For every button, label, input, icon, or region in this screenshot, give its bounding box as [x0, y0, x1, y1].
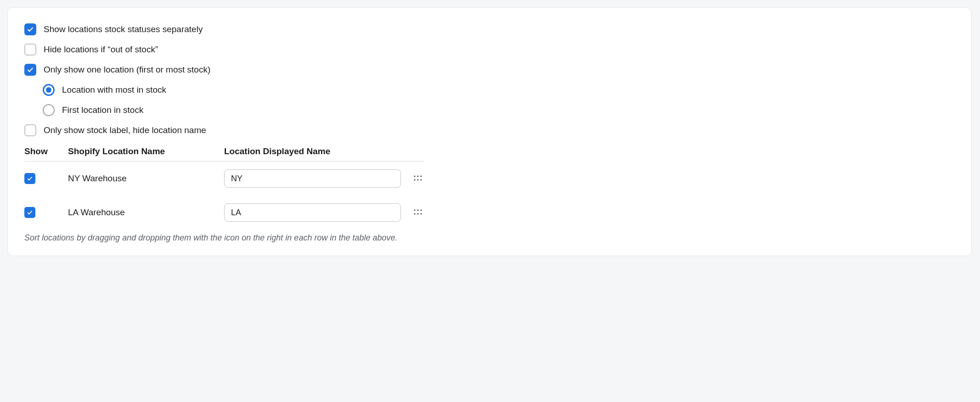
svg-point-6 [414, 209, 415, 211]
svg-point-0 [414, 175, 415, 177]
checkbox-show-separately[interactable] [24, 23, 36, 35]
drag-handle-icon[interactable] [403, 209, 422, 215]
locations-settings-panel: Show locations stock statuses separately… [7, 7, 972, 256]
svg-point-7 [417, 209, 418, 211]
option-label: First location in stock [62, 105, 143, 115]
checkbox-only-one[interactable] [24, 64, 36, 76]
svg-point-10 [417, 213, 418, 214]
svg-point-8 [420, 209, 422, 211]
radio-first-stock[interactable] [43, 104, 55, 116]
check-icon [27, 26, 34, 33]
table-row: NY Warehouse [24, 162, 424, 195]
check-icon [27, 209, 33, 216]
header-disp: Location Displayed Name [224, 146, 403, 156]
svg-point-1 [417, 175, 418, 177]
row-display-name-input[interactable] [224, 169, 401, 188]
option-label: Show locations stock statuses separately [44, 24, 203, 34]
check-icon [27, 175, 33, 182]
locations-table: Show Shopify Location Name Location Disp… [24, 146, 424, 229]
header-show: Show [24, 146, 68, 156]
svg-point-11 [420, 213, 422, 214]
row-location-name: LA Warehouse [68, 207, 224, 218]
table-row: LA Warehouse [24, 195, 424, 229]
option-label: Only show stock label, hide location nam… [44, 125, 206, 135]
svg-point-3 [414, 179, 415, 180]
option-radio-first: First location in stock [43, 104, 955, 116]
table-header: Show Shopify Location Name Location Disp… [24, 146, 424, 162]
check-icon [27, 66, 34, 73]
option-hide-if-out: Hide locations if “out of stock” [24, 44, 955, 56]
drag-handle-icon[interactable] [403, 175, 422, 181]
row-show-checkbox[interactable] [24, 173, 35, 184]
row-display-name-input[interactable] [224, 203, 401, 222]
header-name: Shopify Location Name [68, 146, 224, 156]
checkbox-hide-if-out[interactable] [24, 44, 36, 56]
option-label: Location with most in stock [62, 85, 166, 95]
option-only-label: Only show stock label, hide location nam… [24, 124, 955, 136]
option-radio-most: Location with most in stock [43, 84, 955, 96]
row-location-name: NY Warehouse [68, 173, 224, 184]
svg-point-2 [420, 175, 422, 177]
option-show-separately: Show locations stock statuses separately [24, 23, 955, 35]
radio-most-stock[interactable] [43, 84, 55, 96]
checkbox-only-label[interactable] [24, 124, 36, 136]
option-only-one: Only show one location (first or most st… [24, 64, 955, 76]
option-label: Only show one location (first or most st… [44, 65, 210, 75]
sort-hint-text: Sort locations by dragging and dropping … [24, 233, 955, 243]
option-label: Hide locations if “out of stock” [44, 45, 158, 55]
svg-point-9 [414, 213, 415, 214]
row-show-checkbox[interactable] [24, 207, 35, 218]
svg-point-4 [417, 179, 418, 180]
svg-point-5 [420, 179, 422, 180]
